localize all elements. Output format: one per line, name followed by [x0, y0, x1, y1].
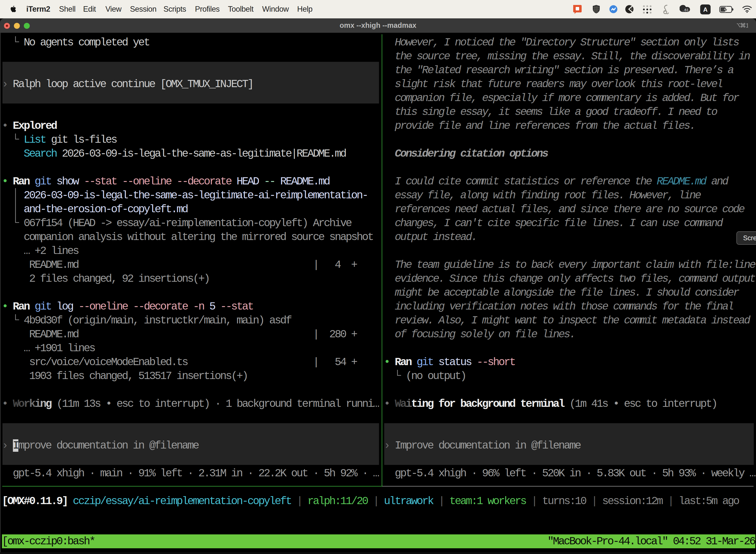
svg-text:1: 1 [746, 22, 748, 29]
svg-text:..61: ..61 [682, 8, 689, 12]
svg-text:A: A [703, 6, 707, 13]
